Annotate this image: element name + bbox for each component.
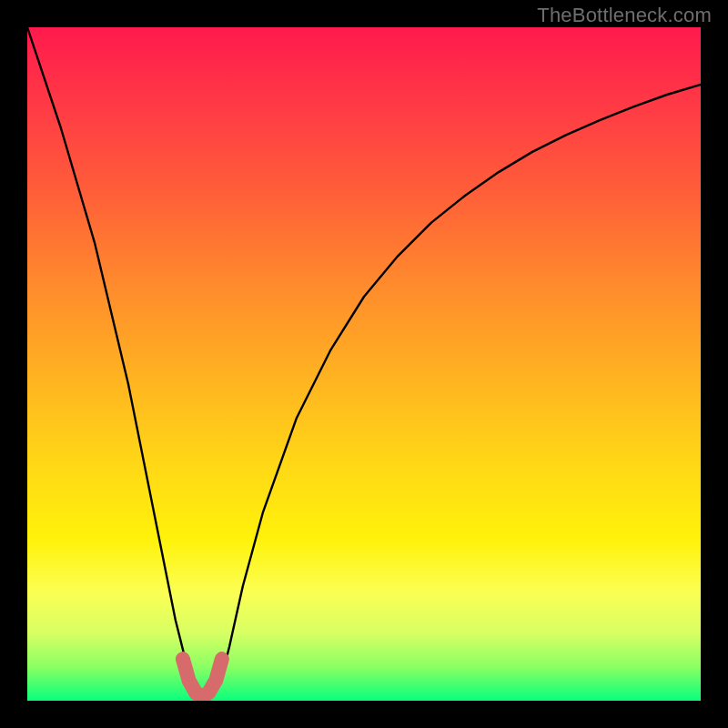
chart-frame: TheBottleneck.com: [0, 0, 728, 728]
curve-svg: [27, 27, 701, 701]
bottleneck-curve: [27, 27, 701, 697]
target-zone-marker: [183, 659, 222, 697]
plot-area: [27, 27, 701, 701]
watermark-text: TheBottleneck.com: [537, 4, 712, 27]
